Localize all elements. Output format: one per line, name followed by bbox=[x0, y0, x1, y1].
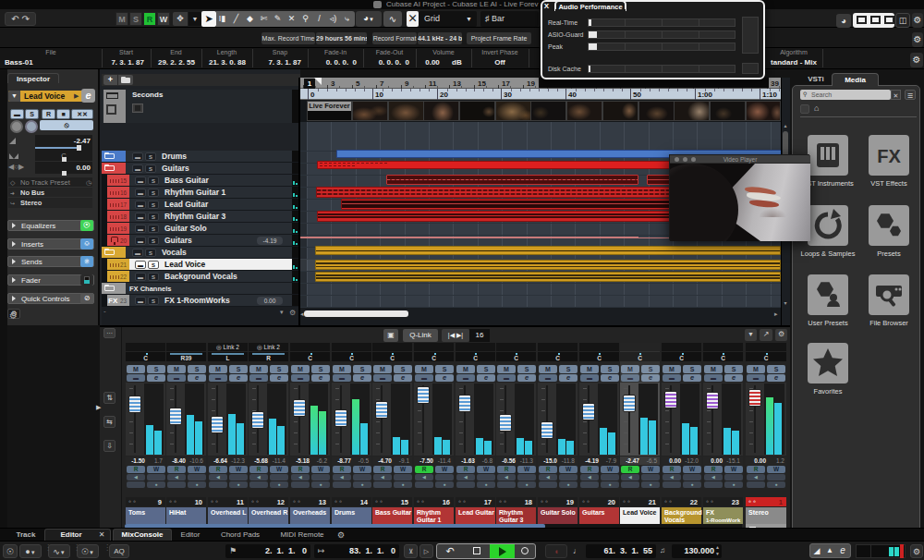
svg-text:FX: FX bbox=[877, 146, 901, 166]
